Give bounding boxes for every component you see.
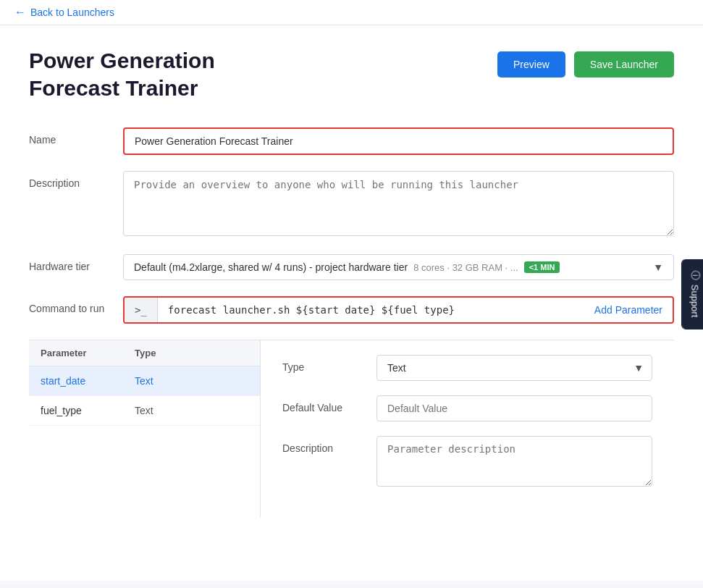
page-title: Power Generation Forecast Trainer [29,47,215,101]
detail-desc-field [376,436,652,489]
page-header: Power Generation Forecast Trainer Previe… [29,47,674,101]
hardware-badge: <1 MIN [524,261,560,273]
hardware-value: Default (m4.2xlarge, shared w/ 4 runs) -… [134,261,408,273]
preview-button[interactable]: Preview [497,51,565,77]
hardware-field: Default (m4.2xlarge, shared w/ 4 runs) -… [123,254,674,280]
param-name-start-date[interactable]: start_date [41,375,135,387]
type-select-wrap: Text Number Date Boolean ▼ [376,355,652,381]
detail-desc-label: Description [282,436,376,454]
description-row: Description [29,171,674,238]
param-section: Parameter Type start_date Text fuel_type… [29,340,674,518]
param-col-type: Type [135,348,156,358]
hardware-chevron-icon: ▼ [653,261,663,273]
support-label: Support [690,285,701,318]
name-row: Name [29,127,674,155]
back-arrow-icon: ← [14,6,26,19]
detail-desc-row: Description [282,436,652,489]
header-buttons: Preview Save Launcher [497,51,674,77]
command-prefix: >_ [125,298,158,322]
param-type-fuel-type: Text [135,405,153,416]
save-launcher-button[interactable]: Save Launcher [574,51,674,77]
support-icon: ⓘ [689,271,702,280]
command-label: Command to run [29,296,123,314]
detail-default-label: Default Value [282,395,376,413]
description-label: Description [29,171,123,189]
name-label: Name [29,127,123,146]
hardware-label: Hardware tier [29,254,123,272]
command-container: >_ Add Parameter [123,296,674,324]
detail-type-row: Type Text Number Date Boolean ▼ [282,355,652,381]
back-label: Back to Launchers [30,7,114,18]
param-description-textarea[interactable] [376,436,652,487]
description-field [123,171,674,238]
hardware-row: Hardware tier Default (m4.2xlarge, share… [29,254,674,280]
main-content: Power Generation Forecast Trainer Previe… [0,25,703,581]
detail-default-field [376,395,652,421]
param-table-header: Parameter Type [29,340,260,366]
command-row: Command to run >_ Add Parameter [29,296,674,324]
param-col-name: Parameter [41,348,135,358]
type-select[interactable]: Text Number Date Boolean [376,355,652,381]
name-field [123,127,674,155]
command-field: >_ Add Parameter [123,296,674,324]
description-textarea[interactable] [123,171,674,236]
top-bar: ← Back to Launchers [0,0,703,25]
hardware-meta: 8 cores · 32 GB RAM · ... [413,262,518,273]
hardware-select[interactable]: Default (m4.2xlarge, shared w/ 4 runs) -… [123,254,674,280]
back-link[interactable]: ← Back to Launchers [14,6,114,19]
hardware-select-left: Default (m4.2xlarge, shared w/ 4 runs) -… [134,261,560,273]
param-row-fuel-type[interactable]: fuel_type Text [29,396,260,426]
param-table: Parameter Type start_date Text fuel_type… [29,340,261,518]
detail-default-row: Default Value [282,395,652,421]
support-tab[interactable]: ⓘ Support [682,259,703,329]
param-detail: Type Text Number Date Boolean ▼ Defa [261,340,674,518]
command-input[interactable] [158,298,584,322]
detail-type-label: Type [282,355,376,373]
param-row-start-date[interactable]: start_date Text [29,366,260,396]
param-type-start-date: Text [135,375,153,387]
param-name-fuel-type[interactable]: fuel_type [41,405,135,416]
detail-type-field: Text Number Date Boolean ▼ [376,355,652,381]
name-input[interactable] [123,127,674,155]
default-value-input[interactable] [376,395,652,421]
add-parameter-link[interactable]: Add Parameter [584,298,673,322]
